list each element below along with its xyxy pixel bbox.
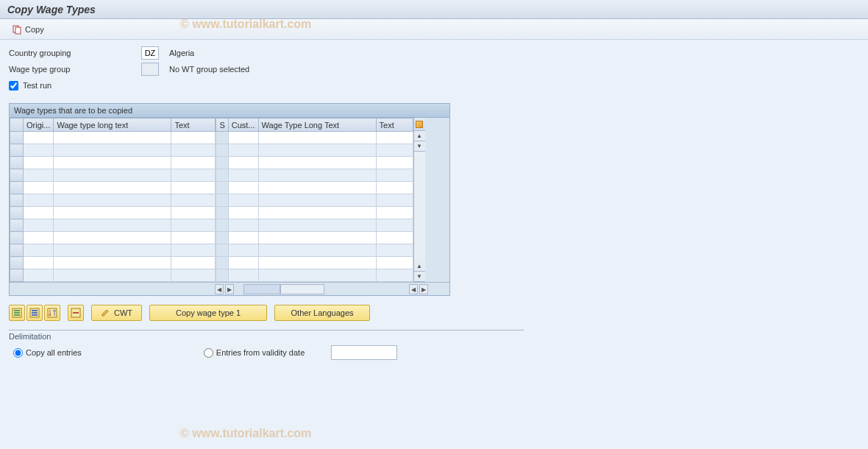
copy-button[interactable]: Copy [7, 23, 49, 36]
cell-origi[interactable] [24, 194, 54, 207]
cell-status[interactable] [216, 194, 228, 207]
test-run-checkbox[interactable] [9, 81, 18, 91]
cell-wage-long[interactable] [54, 132, 171, 144]
cell-text2[interactable] [376, 269, 413, 282]
cell-cust[interactable] [228, 157, 258, 169]
cell-wage-long2[interactable] [258, 257, 376, 269]
delete-row-button[interactable] [68, 305, 84, 321]
cell-origi[interactable] [24, 257, 54, 269]
col-wage-long2[interactable]: Wage Type Long Text [258, 119, 376, 132]
vertical-scrollbar[interactable]: ▲ ▼ ▲ ▼ [413, 118, 425, 282]
cell-status[interactable] [216, 169, 228, 182]
entries-from-date-radio[interactable] [204, 348, 213, 358]
cell-text2[interactable] [376, 257, 413, 269]
cell-text1[interactable] [171, 269, 216, 282]
cell-wage-long2[interactable] [258, 207, 376, 219]
cell-wage-long[interactable] [54, 169, 171, 182]
cell-text2[interactable] [376, 207, 413, 219]
table-row[interactable] [10, 194, 216, 207]
cell-text1[interactable] [171, 207, 216, 219]
cell-cust[interactable] [228, 144, 258, 157]
col-s[interactable]: S [216, 119, 228, 132]
cell-cust[interactable] [228, 269, 258, 282]
table-row[interactable] [216, 244, 413, 257]
cell-text2[interactable] [376, 182, 413, 194]
table-row[interactable] [216, 194, 413, 207]
scroll-up-icon[interactable]: ▲ [414, 131, 425, 141]
cell-wage-long[interactable] [54, 144, 171, 157]
cell-origi[interactable] [24, 219, 54, 232]
row-selector[interactable] [10, 157, 24, 169]
col-text2[interactable]: Text [376, 119, 413, 132]
cell-text2[interactable] [376, 194, 413, 207]
cell-text2[interactable] [376, 144, 413, 157]
row-selector[interactable] [10, 194, 24, 207]
scroll-track[interactable] [414, 152, 425, 261]
table-row[interactable] [216, 157, 413, 169]
table-row[interactable] [216, 169, 413, 182]
cell-text2[interactable] [376, 232, 413, 244]
row-selector[interactable] [10, 269, 24, 282]
validity-date-input[interactable] [331, 345, 397, 360]
table-row[interactable] [10, 219, 216, 232]
cell-wage-long[interactable] [54, 269, 171, 282]
cell-wage-long[interactable] [54, 232, 171, 244]
row-selector[interactable] [10, 219, 24, 232]
cell-wage-long[interactable] [54, 257, 171, 269]
col-wage-long[interactable]: Wage type long text [54, 119, 171, 132]
col-origi[interactable]: Origi... [24, 119, 54, 132]
table-row[interactable] [216, 269, 413, 282]
row-selector[interactable] [10, 144, 24, 157]
cell-status[interactable] [216, 157, 228, 169]
cell-wage-long2[interactable] [258, 182, 376, 194]
cell-text1[interactable] [171, 169, 216, 182]
row-selector[interactable] [10, 182, 24, 194]
cell-status[interactable] [216, 144, 228, 157]
table-row[interactable] [10, 132, 216, 144]
table-row[interactable] [10, 144, 216, 157]
select-all-button[interactable] [9, 305, 25, 321]
row-selector[interactable] [10, 232, 24, 244]
col-text1[interactable]: Text [171, 119, 216, 132]
cell-text1[interactable] [171, 182, 216, 194]
hscroll-mid[interactable] [243, 283, 324, 296]
scroll-up2-icon[interactable]: ▲ [414, 261, 425, 272]
cell-cust[interactable] [228, 169, 258, 182]
cell-origi[interactable] [24, 207, 54, 219]
wage-type-group-input[interactable] [141, 63, 159, 76]
col-rowselect[interactable] [10, 119, 24, 132]
hscroll-left-arrow-r[interactable]: ▶ [225, 284, 234, 294]
table-row[interactable] [10, 232, 216, 244]
cell-wage-long2[interactable] [258, 244, 376, 257]
cell-origi[interactable] [24, 157, 54, 169]
cell-cust[interactable] [228, 194, 258, 207]
cell-cust[interactable] [228, 207, 258, 219]
cell-status[interactable] [216, 244, 228, 257]
cell-wage-long2[interactable] [258, 219, 376, 232]
cell-origi[interactable] [24, 269, 54, 282]
table-row[interactable] [10, 244, 216, 257]
cell-text1[interactable] [171, 244, 216, 257]
cell-status[interactable] [216, 257, 228, 269]
cell-status[interactable] [216, 207, 228, 219]
other-languages-button[interactable]: Other Languages [274, 305, 370, 321]
country-grouping-input[interactable] [141, 46, 159, 60]
table-row[interactable] [216, 182, 413, 194]
table-row[interactable] [216, 219, 413, 232]
cell-wage-long2[interactable] [258, 144, 376, 157]
cell-wage-long[interactable] [54, 219, 171, 232]
table-row[interactable] [10, 157, 216, 169]
row-selector[interactable] [10, 169, 24, 182]
row-selector[interactable] [10, 244, 24, 257]
cell-status[interactable] [216, 269, 228, 282]
cell-origi[interactable] [24, 232, 54, 244]
hscroll-right[interactable]: ◀ ▶ [408, 283, 438, 296]
table-row[interactable] [10, 169, 216, 182]
copy-all-radio[interactable] [13, 348, 23, 358]
cell-status[interactable] [216, 219, 228, 232]
cell-wage-long2[interactable] [258, 232, 376, 244]
cell-cust[interactable] [228, 257, 258, 269]
cell-text2[interactable] [376, 219, 413, 232]
cell-text1[interactable] [171, 194, 216, 207]
hscroll-thumb[interactable] [243, 284, 280, 294]
